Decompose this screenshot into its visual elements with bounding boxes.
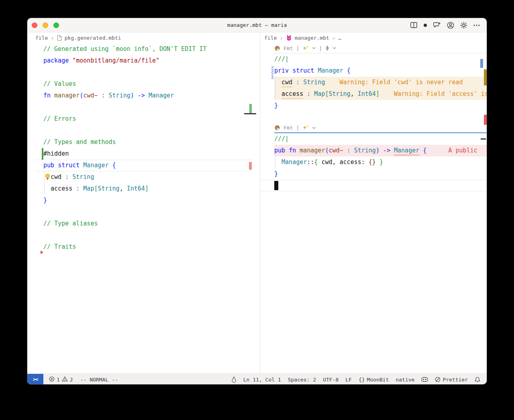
eol-sequence[interactable]: LF	[345, 377, 352, 383]
codelens-fmt[interactable]: Fmt	[284, 45, 293, 51]
codelens-separator: |	[319, 45, 322, 51]
code-line[interactable]: }	[274, 168, 487, 180]
chevron-down-icon[interactable]	[312, 127, 316, 129]
code-line[interactable]: // Type aliases	[43, 218, 260, 229]
vscode-window: manager.mbt — maria file › pkg.generated…	[27, 18, 487, 384]
formatter-status[interactable]: Prettier	[435, 377, 468, 383]
indent-guide	[275, 77, 275, 100]
code-line[interactable]: ///|	[274, 53, 487, 65]
code-line[interactable]: // Types and methods	[43, 136, 260, 148]
breadcrumb-file[interactable]: manager.mbt	[295, 35, 329, 41]
code-line[interactable]: ///|	[274, 133, 487, 145]
breadcrumb-file[interactable]: pkg.generated.mbti	[65, 35, 121, 41]
cursor-position[interactable]: Ln 11, Col 1	[243, 377, 281, 383]
current-line-box	[260, 180, 487, 191]
braces-icon: {}	[359, 377, 365, 383]
more-icon[interactable]	[473, 24, 480, 26]
status-bar: >< 1 2 -- NORMAL -- Ln 11, Col 1 Spaces:…	[27, 373, 487, 384]
overview-warning-marker	[484, 69, 487, 85]
titlebar-actions	[410, 22, 487, 29]
codelens-separator: |	[296, 45, 299, 51]
code-line[interactable]	[43, 125, 260, 136]
breadcrumb: file › pkg.generated.mbti	[27, 32, 260, 43]
close-button[interactable]	[32, 22, 37, 28]
chevron-right-icon: ›	[51, 35, 54, 41]
left-editor-pane: file › pkg.generated.mbti // Generated u…	[27, 32, 260, 373]
right-editor[interactable]: Fmt | | ///|priv struct Manager { cwd : …	[260, 43, 487, 373]
settings-gear-icon[interactable]	[460, 22, 467, 29]
code-line[interactable]: access : Map[String, Int64] Warning: Fie…	[274, 88, 487, 100]
overview-cursor-marker	[244, 113, 256, 114]
titlebar: manager.mbt — maria	[27, 18, 487, 32]
moonbit-rabbit-icon	[286, 35, 292, 41]
minimize-button[interactable]	[43, 22, 48, 28]
palette-icon	[274, 45, 280, 51]
code-lines: // Generated using `moon info`, DON'T ED…	[43, 43, 260, 253]
code-line[interactable]: pub fn manager(cwd~ : String) -> Manager…	[274, 145, 487, 156]
code-line[interactable]: // Traits	[43, 241, 260, 253]
code-line[interactable]: access : Map[String, Int64]	[43, 183, 260, 195]
problems-indicator[interactable]: 1 2	[49, 376, 73, 383]
error-icon	[49, 376, 55, 383]
file-icon	[57, 35, 62, 41]
indentation[interactable]: Spaces: 2	[288, 377, 316, 383]
codelens-row: Fmt | |	[274, 43, 487, 53]
codelens-separator: |	[296, 125, 299, 131]
build-target[interactable]: native	[396, 377, 414, 383]
gutter-hatch-marker	[271, 66, 273, 79]
slash-circle-icon	[435, 377, 441, 382]
breadcrumb-symbol-ellipsis[interactable]: …	[338, 35, 341, 41]
copilot-icon[interactable]	[421, 377, 428, 382]
split-editor-icon[interactable]	[410, 22, 417, 28]
chevron-down-icon[interactable]	[312, 47, 316, 49]
encoding[interactable]: UTF-8	[323, 377, 339, 383]
code-line[interactable]: // Errors	[43, 113, 260, 125]
indent-guide	[275, 156, 275, 168]
zoom-button[interactable]	[53, 22, 59, 28]
unsaved-dot-icon[interactable]	[423, 23, 427, 27]
language-mode[interactable]: {}MoonBit	[359, 377, 389, 383]
code-line[interactable]: fn manager(cwd~ : String) -> Manager	[43, 90, 260, 101]
palette-icon	[274, 125, 280, 131]
bolt-icon[interactable]	[325, 45, 329, 51]
error-count: 1	[57, 377, 60, 383]
breadcrumb-folder[interactable]: file	[35, 35, 48, 41]
remote-indicator[interactable]: ><	[27, 374, 43, 384]
code-line[interactable]	[43, 229, 260, 241]
code-line[interactable]: #hidden	[43, 148, 260, 160]
code-line[interactable]: Manager::{ cwd, access: {} }	[274, 156, 487, 168]
breadcrumb-folder[interactable]: file	[264, 35, 277, 41]
sparkles-icon[interactable]	[302, 125, 309, 131]
traffic-lights	[27, 22, 59, 28]
warning-icon	[62, 376, 68, 383]
current-line-box	[35, 160, 252, 171]
codelens-fmt[interactable]: Fmt	[284, 125, 293, 131]
red-arrow-marker	[41, 251, 43, 254]
code-line[interactable]	[43, 206, 260, 218]
code-line[interactable]: cwd : String Warning: Field 'cwd' is nev…	[274, 77, 487, 88]
ink-drop-icon[interactable]	[231, 377, 237, 383]
indent-guide	[44, 171, 45, 195]
lightbulb-icon[interactable]	[45, 173, 51, 182]
right-editor-pane: file › manager.mbt › … Fmt | |	[260, 32, 487, 373]
codelens-row: Fmt |	[274, 123, 487, 133]
code-line[interactable]: }	[274, 100, 487, 112]
chat-sparkle-icon[interactable]	[433, 22, 441, 28]
code-line[interactable]	[43, 101, 260, 113]
warning-count: 2	[70, 377, 73, 383]
editor-area: file › pkg.generated.mbti // Generated u…	[27, 32, 487, 373]
chevron-down-icon[interactable]	[332, 47, 336, 49]
code-line[interactable]: cwd : String	[43, 171, 260, 183]
code-line[interactable]: package "moonbitlang/maria/file"	[43, 55, 260, 67]
code-line[interactable]: // Generated using `moon info`, DON'T ED…	[43, 43, 260, 55]
code-line[interactable]: priv struct Manager {	[274, 65, 487, 77]
code-line[interactable]	[43, 67, 260, 78]
code-line[interactable]: // Values	[43, 78, 260, 90]
bell-icon[interactable]	[475, 377, 480, 383]
left-editor[interactable]: // Generated using `moon info`, DON'T ED…	[27, 43, 260, 373]
vim-mode[interactable]: -- NORMAL --	[80, 377, 118, 383]
sparkles-icon[interactable]	[302, 45, 309, 51]
code-line[interactable]: }	[43, 195, 260, 206]
account-icon[interactable]	[447, 22, 454, 29]
code-line[interactable]	[274, 112, 487, 123]
